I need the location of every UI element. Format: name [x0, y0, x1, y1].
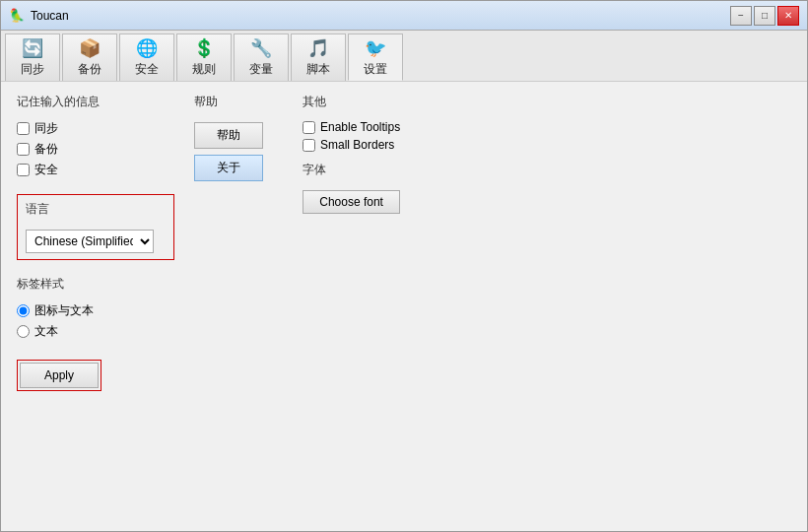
checkbox-tooltips[interactable] [303, 121, 315, 134]
checkbox-security-row: 安全 [17, 162, 174, 178]
radio-text-row: 文本 [17, 323, 174, 340]
checkbox-sync[interactable] [17, 122, 30, 135]
apply-button[interactable]: Apply [20, 363, 99, 388]
font-title: 字体 [303, 162, 400, 178]
backup-tab-label: 备份 [78, 61, 101, 78]
tooltips-label: Enable Tooltips [320, 120, 400, 134]
label-style-section: 标签样式 图标与文本 文本 [17, 276, 174, 340]
backup-tab-icon: 📦 [79, 37, 101, 59]
restore-button[interactable]: □ [754, 6, 775, 26]
apply-section: Apply [17, 360, 174, 391]
checkbox-security-label: 安全 [34, 162, 58, 178]
rules-tab-label: 规则 [192, 61, 216, 78]
minimize-button[interactable]: − [730, 6, 752, 26]
remember-title: 记住输入的信息 [17, 94, 174, 110]
borders-label: Small Borders [320, 138, 394, 152]
title-bar: 🦜 Toucan − □ ✕ [1, 1, 807, 31]
main-content: 记住输入的信息 同步 备份 安全 语言 Chinese (Simpl [1, 82, 807, 531]
label-style-title: 标签样式 [17, 276, 174, 293]
variables-tab-icon: 🔧 [250, 37, 272, 59]
window-controls: − □ ✕ [730, 6, 799, 26]
apply-button-wrapper: Apply [17, 360, 101, 391]
tab-script[interactable]: 🎵 脚本 [291, 33, 346, 81]
tab-sync[interactable]: 🔄 同步 [5, 33, 60, 81]
checkbox-sync-label: 同步 [34, 120, 58, 137]
borders-row: Small Borders [303, 138, 400, 152]
help-column: 帮助 帮助 关于 [194, 94, 263, 214]
remember-section: 记住输入的信息 同步 备份 安全 [17, 94, 174, 178]
help-section: 帮助 帮助 关于 [194, 94, 263, 181]
radio-icon-text[interactable] [17, 304, 30, 317]
main-window: 🦜 Toucan − □ ✕ 🔄 同步 📦 备份 🌐 安全 💲 规则 🔧 变量 [0, 0, 808, 532]
tab-backup[interactable]: 📦 备份 [62, 33, 117, 81]
checkbox-sync-row: 同步 [17, 120, 174, 137]
sync-tab-label: 同步 [21, 61, 44, 78]
tab-security[interactable]: 🌐 安全 [119, 33, 174, 81]
other-title: 其他 [303, 94, 400, 110]
tooltips-row: Enable Tooltips [303, 120, 400, 134]
radio-text-label: 文本 [34, 323, 58, 340]
checkbox-backup[interactable] [17, 143, 30, 156]
help-button[interactable]: 帮助 [194, 122, 263, 149]
settings-tab-icon: 🐦 [365, 37, 386, 59]
about-button[interactable]: 关于 [194, 155, 263, 181]
window-title: Toucan [31, 9, 69, 23]
checkbox-borders[interactable] [303, 139, 315, 152]
script-tab-icon: 🎵 [307, 37, 329, 59]
language-title: 语言 [26, 201, 166, 218]
settings-tab-label: 设置 [364, 61, 387, 78]
radio-icon-text-label: 图标与文本 [34, 302, 94, 319]
language-select[interactable]: Chinese (Simplified) English French Germ… [26, 230, 154, 253]
help-title: 帮助 [194, 94, 263, 110]
language-section: 语言 Chinese (Simplified) English French G… [17, 194, 174, 260]
other-section: 其他 Enable Tooltips Small Borders [303, 94, 400, 152]
checkbox-backup-label: 备份 [34, 141, 58, 158]
script-tab-label: 脚本 [306, 61, 330, 78]
right-panel: 帮助 帮助 关于 其他 Enable Tooltips [174, 94, 791, 519]
security-tab-label: 安全 [135, 61, 159, 78]
checkbox-backup-row: 备份 [17, 141, 174, 158]
radio-icon-text-row: 图标与文本 [17, 302, 174, 319]
checkbox-security[interactable] [17, 164, 30, 176]
tab-settings[interactable]: 🐦 设置 [348, 33, 403, 81]
tab-variables[interactable]: 🔧 变量 [234, 33, 289, 81]
choose-font-button[interactable]: Choose font [303, 190, 400, 214]
font-section: 字体 Choose font [303, 162, 400, 214]
right-columns: 帮助 帮助 关于 其他 Enable Tooltips [194, 94, 791, 214]
app-icon: 🦜 [9, 8, 25, 24]
other-column: 其他 Enable Tooltips Small Borders 字体 Choo… [303, 94, 400, 214]
security-tab-icon: 🌐 [136, 37, 158, 59]
tab-rules[interactable]: 💲 规则 [176, 33, 232, 81]
sync-tab-icon: 🔄 [22, 37, 43, 59]
left-panel: 记住输入的信息 同步 备份 安全 语言 Chinese (Simpl [17, 94, 174, 519]
title-bar-left: 🦜 Toucan [9, 8, 69, 24]
close-button[interactable]: ✕ [777, 6, 799, 26]
radio-text[interactable] [17, 325, 30, 338]
toolbar: 🔄 同步 📦 备份 🌐 安全 💲 规则 🔧 变量 🎵 脚本 🐦 设置 [1, 31, 807, 82]
rules-tab-icon: 💲 [193, 37, 215, 59]
variables-tab-label: 变量 [249, 61, 273, 78]
